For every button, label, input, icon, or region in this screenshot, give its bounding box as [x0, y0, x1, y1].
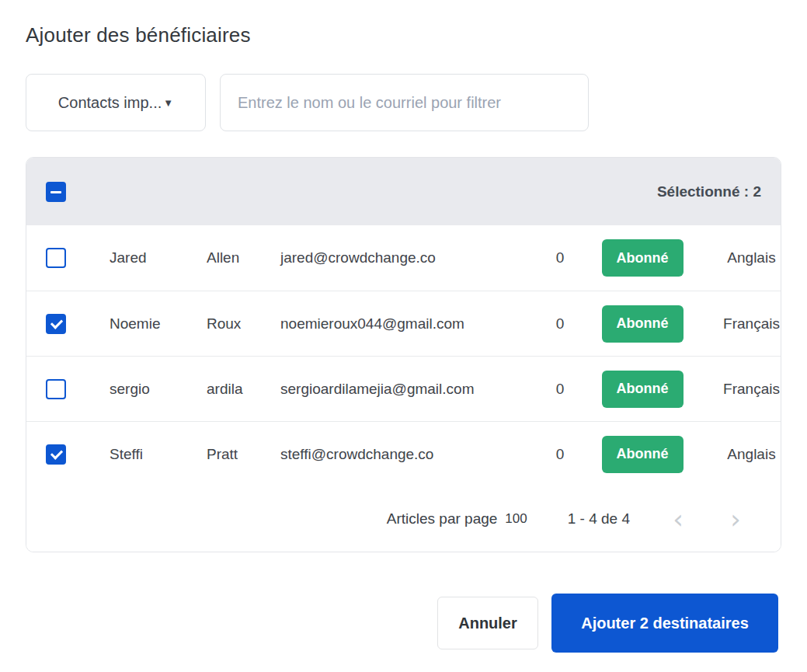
count-cell: 0 — [537, 315, 583, 333]
caret-down-icon: ▼ — [163, 98, 173, 108]
pagination-range-label: 1 - 4 de 4 — [568, 510, 630, 528]
row-checkbox[interactable] — [46, 248, 66, 268]
table-row[interactable]: sergio ardila sergioardilamejia@gmail.co… — [26, 356, 781, 421]
table-row[interactable]: Steffi Pratt steffi@crowdchange.co 0 Abo… — [26, 421, 781, 486]
last-name-cell: ardila — [207, 381, 280, 398]
items-per-page-value[interactable]: 100 — [505, 511, 527, 527]
contacts-source-dropdown[interactable]: Contacts imp...▼ — [26, 74, 206, 131]
page-title: Ajouter des bénéficiaires — [26, 23, 781, 47]
status-badge: Abonné — [602, 305, 684, 343]
add-beneficiaries-dialog: Ajouter des bénéficiaires Contacts imp..… — [0, 0, 807, 653]
select-all-checkbox[interactable] — [46, 182, 66, 202]
row-checkbox[interactable] — [46, 314, 66, 334]
pagination-bar: Articles par page 100 1 - 4 de 4 ‹ › — [26, 486, 781, 552]
language-cell: Français — [701, 315, 781, 333]
filter-row: Contacts imp...▼ — [26, 74, 781, 131]
contacts-table: Sélectionné : 2 Jared Allen jared@crowdc… — [26, 157, 781, 552]
email-cell: steffi@crowdchange.co — [280, 446, 537, 463]
count-cell: 0 — [537, 381, 583, 398]
row-checkbox[interactable] — [46, 444, 66, 465]
selected-count-label: Sélectionné : 2 — [657, 183, 761, 200]
count-cell: 0 — [537, 249, 583, 266]
table-row[interactable]: Noemie Roux noemieroux044@gmail.com 0 Ab… — [26, 291, 781, 356]
add-recipients-button[interactable]: Ajouter 2 destinataires — [551, 594, 778, 653]
table-row[interactable]: Jared Allen jared@crowdchange.co 0 Abonn… — [26, 225, 781, 291]
previous-page-icon[interactable]: ‹ — [669, 506, 687, 532]
contacts-source-dropdown-label: Contacts imp... — [58, 94, 162, 112]
first-name-cell: Steffi — [110, 446, 207, 463]
email-cell: jared@crowdchange.co — [280, 249, 537, 266]
cancel-button[interactable]: Annuler — [437, 597, 538, 649]
status-badge: Abonné — [602, 371, 684, 408]
next-page-icon[interactable]: › — [726, 506, 745, 532]
email-cell: sergioardilamejia@gmail.com — [280, 381, 537, 398]
last-name-cell: Roux — [207, 315, 280, 333]
dialog-actions: Annuler Ajouter 2 destinataires — [26, 594, 781, 653]
last-name-cell: Pratt — [207, 446, 280, 463]
language-cell: Anglais — [701, 446, 781, 463]
items-per-page-label: Articles par page — [387, 510, 498, 528]
filter-search-input[interactable] — [220, 74, 589, 131]
table-header: Sélectionné : 2 — [26, 158, 781, 225]
row-checkbox[interactable] — [46, 379, 66, 399]
last-name-cell: Allen — [207, 249, 280, 266]
first-name-cell: Jared — [110, 249, 207, 266]
first-name-cell: sergio — [110, 381, 207, 398]
language-cell: Anglais — [701, 249, 781, 266]
email-cell: noemieroux044@gmail.com — [280, 315, 537, 333]
first-name-cell: Noemie — [110, 315, 207, 333]
language-cell: Français — [701, 381, 781, 398]
status-badge: Abonné — [602, 239, 684, 277]
count-cell: 0 — [537, 446, 583, 463]
status-badge: Abonné — [602, 436, 684, 473]
